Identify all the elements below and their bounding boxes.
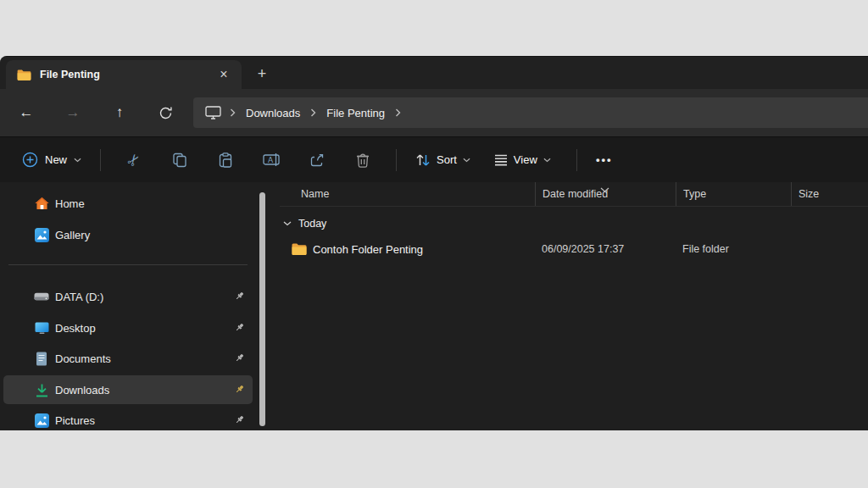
breadcrumb-chevron-icon[interactable]	[395, 108, 401, 117]
sidebar-item-gallery[interactable]: Gallery	[3, 220, 253, 249]
breadcrumb-downloads[interactable]: Downloads	[237, 107, 309, 119]
address-bar[interactable]: Downloads File Penting	[193, 97, 868, 128]
rename-button[interactable]: A	[248, 145, 294, 175]
group-header-today[interactable]: Today	[280, 214, 326, 233]
view-details-icon	[494, 154, 508, 166]
cut-button[interactable]: ✂	[111, 145, 157, 175]
new-button-label: New	[45, 153, 67, 166]
rename-icon: A	[263, 152, 280, 167]
folder-icon	[17, 69, 31, 80]
file-size	[791, 236, 868, 262]
sidebar-item-downloads[interactable]: Downloads	[3, 375, 253, 404]
pin-icon	[234, 384, 245, 395]
column-header-type[interactable]: Type	[676, 182, 791, 206]
breadcrumb-chevron-icon[interactable]	[310, 108, 316, 117]
sidebar-item-home[interactable]: Home	[3, 189, 253, 218]
folder-icon	[292, 243, 307, 255]
command-bar: New ✂ A	[0, 136, 868, 182]
file-list-pane: Name Date modified Type Size Today	[280, 182, 868, 430]
file-name: Contoh Folder Penting	[313, 243, 423, 256]
column-header-row: Name Date modified Type Size	[280, 182, 868, 207]
pin-icon	[234, 414, 245, 425]
this-pc-icon[interactable]	[205, 106, 221, 119]
new-tab-button[interactable]: +	[249, 63, 275, 85]
chevron-down-icon	[74, 158, 81, 163]
delete-button[interactable]	[340, 145, 386, 175]
tab-close-icon[interactable]: ×	[213, 64, 235, 85]
view-button[interactable]: View	[486, 145, 559, 175]
navigation-bar: ← → ↑ Downloads File Penting	[0, 89, 868, 136]
sidebar-item-label: Downloads	[55, 384, 109, 396]
sidebar-item-label: Pictures	[55, 414, 95, 427]
sidebar-item-desktop[interactable]: Desktop	[3, 313, 253, 342]
refresh-button[interactable]	[151, 98, 180, 127]
share-icon	[309, 152, 325, 168]
toolbar-separator	[576, 149, 577, 171]
pin-icon	[234, 322, 245, 333]
sort-icon	[415, 153, 431, 167]
tab-file-penting[interactable]: File Penting ×	[6, 60, 242, 89]
sort-button[interactable]: Sort	[407, 145, 479, 175]
sidebar-item-label: DATA (D:)	[55, 291, 103, 303]
sidebar-item-data-drive[interactable]: DATA (D:)	[3, 282, 253, 311]
document-icon	[34, 351, 49, 366]
group-label: Today	[298, 218, 326, 230]
file-type: File folder	[676, 236, 791, 262]
breadcrumb-chevron-icon	[230, 108, 236, 117]
group-collapse-chevron-icon	[283, 221, 292, 226]
navigation-pane: Home Gallery	[0, 182, 256, 430]
sidebar-item-pictures[interactable]: Pictures	[3, 406, 253, 430]
plus-circle-icon	[22, 152, 38, 168]
gallery-icon	[34, 227, 49, 242]
desktop: { "tab_bar": { "active_tab_title": "File…	[0, 0, 868, 488]
tab-title: File Penting	[40, 69, 213, 80]
pin-icon	[234, 352, 245, 363]
sidebar-item-label: Gallery	[55, 229, 90, 241]
toolbar-separator	[100, 149, 101, 171]
sort-button-label: Sort	[437, 153, 457, 166]
desktop-icon	[34, 320, 49, 336]
column-header-name[interactable]: Name	[280, 182, 535, 206]
hard-drive-icon	[34, 289, 49, 304]
toolbar-separator	[396, 149, 397, 171]
sidebar-divider	[8, 264, 248, 265]
file-explorer-window: File Penting × + ← → ↑ Downloads	[0, 56, 868, 430]
breadcrumb-file-penting[interactable]: File Penting	[318, 107, 393, 119]
trash-icon	[356, 152, 370, 168]
chevron-down-icon	[543, 158, 551, 163]
file-row-contoh-folder-penting[interactable]: Contoh Folder Penting 06/09/2025 17:37 F…	[280, 236, 868, 262]
sidebar-item-documents[interactable]: Documents	[3, 344, 253, 373]
up-button[interactable]: ↑	[105, 98, 134, 127]
sidebar-scrollbar[interactable]	[259, 192, 265, 426]
forward-button[interactable]: →	[58, 98, 87, 127]
chevron-down-icon	[463, 158, 470, 163]
back-button[interactable]: ←	[12, 98, 41, 127]
home-icon	[34, 196, 49, 211]
scissors-icon: ✂	[123, 149, 145, 169]
paste-icon	[218, 152, 233, 168]
share-button[interactable]	[294, 145, 340, 175]
content-area: Home Gallery	[0, 182, 868, 430]
download-icon	[34, 382, 49, 397]
sidebar-item-label: Desktop	[55, 322, 96, 335]
paste-button[interactable]	[203, 145, 248, 175]
tab-bar: File Penting × +	[0, 57, 868, 89]
svg-text:A: A	[268, 156, 274, 164]
pin-icon	[234, 291, 245, 302]
view-button-label: View	[514, 153, 537, 166]
copy-button[interactable]	[157, 145, 203, 175]
sort-direction-chevron-icon	[600, 183, 609, 195]
sidebar-item-label: Home	[55, 197, 85, 210]
pictures-icon	[34, 413, 49, 428]
new-button[interactable]: New	[14, 145, 90, 175]
column-header-size[interactable]: Size	[791, 182, 868, 206]
more-options-button[interactable]: •••	[587, 145, 621, 175]
file-date-modified: 06/09/2025 17:37	[535, 236, 676, 262]
copy-icon	[172, 152, 187, 168]
sidebar-item-label: Documents	[55, 352, 111, 365]
